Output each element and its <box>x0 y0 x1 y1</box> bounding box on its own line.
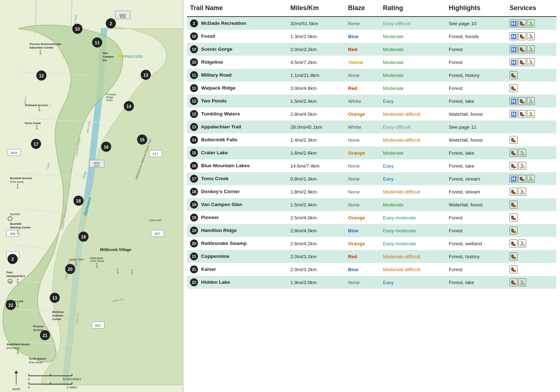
trail-highlights: Forest, stream <box>446 185 507 198</box>
svg-text:0: 0 <box>28 386 30 389</box>
col-highlights: Highlights <box>446 0 507 17</box>
hiker-icon: 🥾 <box>510 84 518 92</box>
trail-services: 🥾🚴 <box>507 159 556 172</box>
trail-rating: Moderate-difficult <box>380 185 446 198</box>
svg-text:🚶: 🚶 <box>15 183 21 189</box>
trail-number: 21 <box>190 252 198 260</box>
trail-miles: 2.8mi/4.5km <box>288 224 345 237</box>
svg-text:Turtle Beach: Turtle Beach <box>29 357 46 360</box>
trail-blaze: Orange <box>345 146 380 159</box>
trail-services: 🥾 <box>507 198 556 211</box>
trail-name-cell: 19 Van Campen Glen <box>187 198 288 211</box>
svg-text:(Fee area): (Fee area) <box>10 180 24 183</box>
trail-highlights: Waterfall, forest <box>446 198 507 211</box>
table-row: 15 Crater Lake1.6mi/2.6kmOrangeModerateF… <box>187 146 556 159</box>
trail-rating: Easy-moderate <box>380 211 446 224</box>
trail-name-cell: 11 Walpack Ridge <box>187 82 288 95</box>
svg-text:🚶: 🚶 <box>34 124 40 130</box>
svg-text:21: 21 <box>42 333 48 338</box>
svg-text:Education Center: Education Center <box>30 46 53 49</box>
svg-text:5 Miles: 5 Miles <box>67 386 77 389</box>
trail-highlights: Forest, lake <box>446 159 507 172</box>
svg-text:19: 19 <box>81 234 86 240</box>
svg-text:Toms Creek: Toms Creek <box>24 122 41 125</box>
trail-miles: 1.1mi/21.8km <box>288 69 345 82</box>
trail-name-cell: 15 Crater Lake <box>187 146 288 159</box>
trail-name-cell: 19 Pioneer <box>187 211 288 224</box>
trail-rating: Easy <box>380 172 446 185</box>
table-row: 20 Rattlesnake Swamp2.6mi/4.2kmOrangeEas… <box>187 237 556 250</box>
svg-text:Outdoor: Outdoor <box>52 314 64 317</box>
trail-name-cell: 12 Two Ponds <box>187 95 288 108</box>
biking-icon: 🚴 <box>527 19 535 27</box>
trail-highlights: Forest, lake <box>446 276 507 289</box>
svg-text:14: 14 <box>126 104 131 109</box>
trail-blaze: Red <box>345 43 380 56</box>
table-row: 14 Buttermilk Falls1.4mi/2.3kmNoneModera… <box>187 133 556 146</box>
trail-number: 21 <box>190 265 198 273</box>
trail-highlights: Forest <box>446 263 507 276</box>
trail-highlights: Forest <box>446 56 507 69</box>
trail-name-cell: 19 Hamilton Ridge <box>187 224 288 237</box>
table-row: 13 Appalachian Trail28.0mi/45.1kmWhiteEa… <box>187 120 556 133</box>
trail-name-cell: 21 Coppermine <box>187 250 288 263</box>
trail-name-cell: 2 McDade Recreation <box>187 17 288 30</box>
svg-text:13: 13 <box>143 73 148 78</box>
svg-text:Read: Read <box>106 99 113 102</box>
trail-number: 22 <box>190 278 198 286</box>
trail-number: 17 <box>190 175 198 183</box>
svg-text:Walpack Center: Walpack Center <box>122 54 143 58</box>
svg-text:🚶: 🚶 <box>94 263 100 268</box>
svg-text:(Fee area): (Fee area) <box>29 361 42 364</box>
trail-miles: 1.9mi/3.0km <box>288 276 345 289</box>
trail-rating: Moderate-difficult <box>380 263 446 276</box>
biking-icon: 🚴 <box>527 32 535 40</box>
hiker-icon: 🥾 <box>518 19 526 27</box>
svg-text:🚶: 🚶 <box>38 50 43 55</box>
svg-text:16: 16 <box>104 145 109 150</box>
trail-name-cell: 10 Scenic Gorge <box>187 43 288 56</box>
trail-miles: 1.6mi/2.6km <box>288 146 345 159</box>
trail-number: 12 <box>190 110 198 118</box>
trail-miles: 0.8mi/1.3km <box>288 172 345 185</box>
trail-services: 🚻🥾🚴 <box>507 30 556 43</box>
biking-icon: 🚴 <box>527 110 535 118</box>
trail-miles: 1.5mi/2.4km <box>288 198 345 211</box>
svg-text:627: 627 <box>154 232 160 236</box>
table-row: 19 Pioneer2.5mi/4.0kmOrangeEasy-moderate… <box>187 211 556 224</box>
trail-services: 🚻🥾🚴 <box>507 172 556 185</box>
svg-text:Bushkill: Bushkill <box>10 222 21 225</box>
svg-text:🚶: 🚶 <box>115 268 121 274</box>
table-row: 12 Two Ponds1.5mi/2.4kmWhiteEasyForest, … <box>187 95 556 108</box>
restroom-icon: 🚻 <box>510 97 518 105</box>
trail-blaze: None <box>345 198 380 211</box>
trail-highlights: See page 11 <box>446 120 507 133</box>
trail-highlights: Forest <box>446 224 507 237</box>
trail-blaze: None <box>345 172 380 185</box>
svg-text:615: 615 <box>94 164 99 167</box>
trail-highlights: See page 10 <box>446 17 507 30</box>
trail-rating: Easy <box>380 276 446 289</box>
trail-highlights: Forest, fossils <box>446 30 507 43</box>
trail-services: 🥾 <box>507 211 556 224</box>
trail-highlights: Forest <box>446 211 507 224</box>
restroom-icon: 🚻 <box>510 19 518 27</box>
trail-number: 18 <box>190 188 198 196</box>
trail-number: 16 <box>190 162 198 170</box>
trail-miles: 1.4mi/2.3km <box>288 133 345 146</box>
table-row: 16 Blue Mountain Lakes14.6mi/7.4kmNoneEa… <box>187 159 556 172</box>
trail-rating: Moderate-difficult <box>380 250 446 263</box>
trail-miles: 1.5mi/2.4km <box>288 95 345 108</box>
trail-highlights: Forest, wetland <box>446 237 507 250</box>
svg-text:0: 0 <box>28 377 30 381</box>
trail-blaze: None <box>345 17 380 30</box>
biking-icon: 🚴 <box>518 188 526 196</box>
trail-blaze: None <box>345 185 380 198</box>
trail-services: 🚻🥾🚴 <box>507 56 556 69</box>
trail-services <box>507 120 556 133</box>
trail-number: 19 <box>190 227 198 234</box>
biking-icon: 🚴 <box>518 162 526 170</box>
trail-number: 11 <box>190 71 198 79</box>
trail-services: 🥾 <box>507 250 556 263</box>
hiker-icon: 🥾 <box>510 201 518 209</box>
